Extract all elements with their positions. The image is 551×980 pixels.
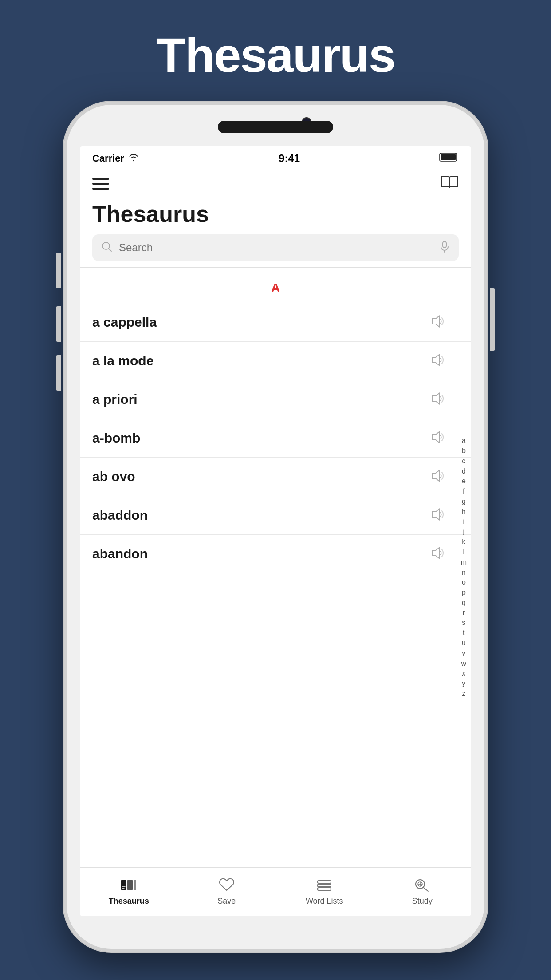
phone-notch [218, 121, 333, 133]
word-row-a-bomb[interactable]: a-bomb [80, 419, 471, 458]
study-tab-label: Study [412, 897, 433, 906]
alpha-letter-o[interactable]: o [461, 578, 467, 587]
alpha-letter-d[interactable]: d [461, 467, 467, 476]
book-icon[interactable] [440, 175, 459, 193]
svg-marker-10 [432, 548, 439, 558]
app-header [80, 169, 471, 197]
word-row-abaddon[interactable]: abaddon [80, 496, 471, 535]
alpha-letter-t[interactable]: t [461, 628, 467, 638]
save-tab-icon [218, 878, 235, 895]
wifi-icon [128, 153, 139, 164]
alpha-letter-a[interactable]: a [461, 436, 467, 446]
carrier-area: Carrier [92, 153, 139, 164]
alpha-letter-c[interactable]: c [461, 457, 467, 466]
search-icon [101, 241, 113, 254]
save-tab-label: Save [217, 897, 236, 906]
word-row-ab-ovo[interactable]: ab ovo [80, 458, 471, 496]
alpha-letter-y[interactable]: y [461, 679, 467, 688]
word-text-a-la-mode: a la mode [92, 353, 153, 368]
microphone-icon[interactable] [439, 241, 450, 255]
thesaurus-tab-icon [120, 878, 137, 895]
svg-marker-4 [432, 316, 439, 327]
thesaurus-tab-label: Thesaurus [109, 897, 149, 906]
alpha-letter-s[interactable]: s [461, 618, 467, 628]
status-bar: Carrier 9:41 [80, 146, 471, 169]
alpha-letter-v[interactable]: v [461, 649, 467, 658]
alpha-letter-w[interactable]: w [461, 659, 467, 668]
word-text-a-cappella: a cappella [92, 315, 157, 330]
speaker-icon-abaddon[interactable] [430, 508, 445, 522]
svg-marker-7 [432, 432, 439, 443]
alpha-letter-j[interactable]: j [461, 527, 467, 537]
alpha-letter-h[interactable]: h [461, 507, 467, 517]
word-list-container: A a cappella a la mode a pr [80, 268, 471, 867]
word-list: a cappella a la mode a priori [80, 303, 471, 573]
alpha-letter-i[interactable]: i [461, 518, 467, 527]
alpha-letter-x[interactable]: x [461, 669, 467, 678]
tab-study[interactable]: Study [374, 878, 472, 906]
svg-rect-13 [134, 880, 136, 890]
battery-icon [439, 152, 459, 165]
alpha-letter-l[interactable]: l [461, 548, 467, 557]
svg-rect-3 [443, 241, 446, 248]
study-tab-icon [414, 878, 431, 895]
alphabet-index[interactable]: abcdefghijklmnopqrstuvwxyz [461, 268, 467, 867]
speaker-icon-a-bomb[interactable] [430, 431, 445, 445]
word-text-ab-ovo: ab ovo [92, 469, 135, 484]
tab-thesaurus[interactable]: Thesaurus [80, 878, 178, 906]
app-title: Thesaurus [156, 27, 395, 83]
alpha-letter-b[interactable]: b [461, 447, 467, 456]
speaker-icon-a-priori[interactable] [430, 392, 445, 407]
speaker-icon-a-cappella[interactable] [430, 315, 445, 329]
status-time: 9:41 [279, 152, 300, 165]
alpha-letter-n[interactable]: n [461, 568, 467, 577]
svg-rect-15 [318, 884, 331, 887]
svg-marker-8 [432, 470, 439, 481]
word-row-abandon[interactable]: abandon [80, 535, 471, 573]
word-row-a-la-mode[interactable]: a la mode [80, 342, 471, 380]
hamburger-icon[interactable] [92, 178, 109, 190]
page-title: Thesaurus [80, 197, 471, 234]
word-row-a-priori[interactable]: a priori [80, 380, 471, 419]
alpha-letter-q[interactable]: q [461, 598, 467, 608]
word-text-abaddon: abaddon [92, 508, 148, 523]
svg-rect-12 [127, 880, 133, 890]
svg-marker-5 [432, 355, 439, 365]
word-text-a-bomb: a-bomb [92, 431, 140, 446]
alpha-letter-g[interactable]: g [461, 497, 467, 506]
svg-marker-6 [432, 393, 439, 404]
alpha-letter-z[interactable]: z [461, 689, 467, 699]
tab-save[interactable]: Save [178, 878, 276, 906]
section-letter: A [80, 268, 471, 303]
svg-rect-1 [441, 154, 456, 160]
speaker-icon-a-la-mode[interactable] [430, 354, 445, 368]
alpha-letter-k[interactable]: k [461, 537, 467, 547]
word-lists-tab-label: Word Lists [306, 897, 343, 906]
svg-marker-9 [432, 509, 439, 520]
tab-bar: Thesaurus Save [80, 867, 471, 916]
tab-word-lists[interactable]: Word Lists [276, 878, 374, 906]
alpha-letter-e[interactable]: e [461, 477, 467, 486]
word-row-a-cappella[interactable]: a cappella [80, 303, 471, 342]
carrier-text: Carrier [92, 153, 124, 164]
svg-rect-16 [318, 888, 331, 890]
word-lists-tab-icon [316, 878, 333, 895]
speaker-icon-abandon[interactable] [430, 547, 445, 561]
search-input[interactable] [119, 241, 433, 254]
alpha-letter-u[interactable]: u [461, 639, 467, 648]
word-text-a-priori: a priori [92, 392, 138, 407]
word-text-abandon: abandon [92, 546, 148, 561]
search-bar[interactable] [92, 234, 459, 261]
phone-shell: Carrier 9:41 [63, 101, 488, 953]
alpha-letter-m[interactable]: m [461, 558, 467, 567]
alpha-letter-f[interactable]: f [461, 487, 467, 496]
alpha-letter-p[interactable]: p [461, 588, 467, 597]
phone-screen: Carrier 9:41 [80, 146, 471, 916]
speaker-icon-ab-ovo[interactable] [430, 470, 445, 484]
alpha-letter-r[interactable]: r [461, 609, 467, 618]
svg-rect-14 [318, 881, 331, 883]
